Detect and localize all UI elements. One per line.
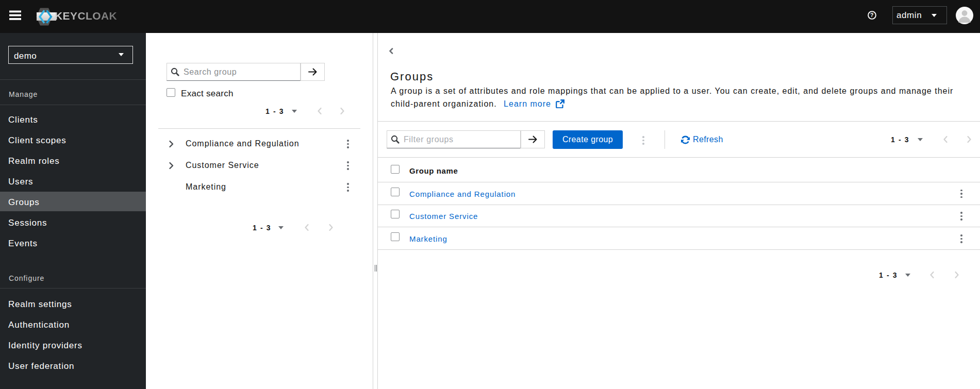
- svg-text:?: ?: [870, 12, 874, 18]
